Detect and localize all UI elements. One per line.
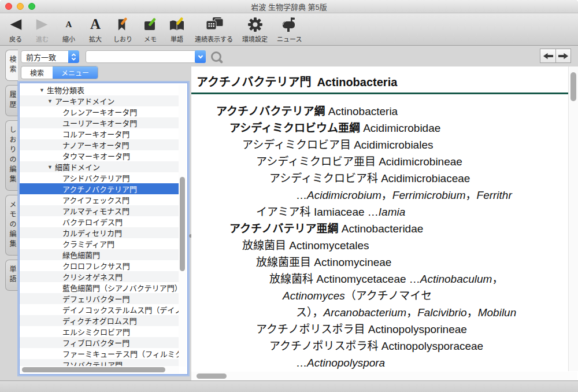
side-tab[interactable]: 単語 <box>5 260 18 291</box>
next-page-button[interactable] <box>555 49 571 63</box>
tree-row[interactable]: 緑色細菌門 <box>20 249 179 260</box>
taxonomy-line: アクチノポリスポラ科 Actinopolysporaceae <box>191 338 578 354</box>
tree-row[interactable]: エルシミクロビア門 <box>20 326 179 337</box>
zoom-button[interactable] <box>28 3 35 10</box>
match-mode-popup[interactable]: 前方一致 <box>21 50 79 63</box>
tree-row[interactable]: アクチノバクテリア門 <box>20 183 179 194</box>
tree-row-label: 細菌ドメイン <box>55 161 100 172</box>
side-tab[interactable]: メモの編集 <box>5 195 18 256</box>
tree-row-label: クラミディア門 <box>62 238 114 249</box>
tree-row[interactable]: タウマーキオータ門 <box>20 150 179 161</box>
scrollbar-thumb[interactable] <box>22 367 165 372</box>
scrollbar-thumb[interactable] <box>180 177 185 271</box>
tree-vertical-scrollbar[interactable] <box>179 84 187 367</box>
toolbar-button-memo[interactable]: メモ <box>142 15 159 43</box>
entry-title: アクチノバクテリア門Actinobacteria <box>191 66 578 93</box>
close-button[interactable] <box>5 3 12 10</box>
taxonomy-line: アクチノバクテリア綱 Actinobacteria <box>191 103 578 120</box>
tree-row-label: アーキアドメイン <box>55 95 114 106</box>
disclosure-triangle-icon[interactable]: ▼ <box>47 164 53 169</box>
taxonomy-line: …Acidimicrobium，Ferrimicrobium，Ferrithr <box>191 187 578 204</box>
combo-dropdown-icon[interactable] <box>195 50 206 63</box>
disclosure-triangle-icon[interactable]: ▼ <box>39 87 45 93</box>
entry-title-ja: アクチノバクテリア門 <box>197 76 311 88</box>
entry-content-pane: アクチノバクテリア門Actinobacteria アクチノバクテリア綱 Acti… <box>191 66 578 380</box>
tree-row[interactable]: デフェリバクター門 <box>20 293 179 304</box>
tree-row[interactable]: カルディセリカ門 <box>20 227 179 238</box>
tab-menu[interactable]: メニュー <box>53 66 98 79</box>
tree-row[interactable]: バクテロイデス門 <box>20 216 179 227</box>
tree-row[interactable]: 藍色細菌門（シアノバクテリア門） <box>20 282 179 293</box>
side-tab[interactable]: しおりの編集 <box>5 120 18 191</box>
taxon-text: … <box>296 189 307 201</box>
taxonomy-line: アシディミクロビア科 Acidimicrobiaceae <box>191 170 578 187</box>
forward-icon <box>34 15 50 34</box>
toolbar-label: ニュース <box>277 34 302 43</box>
toolbar-button-bookmark[interactable]: しおり <box>113 15 132 43</box>
news-icon <box>281 15 298 34</box>
tree-row[interactable]: ファーミキューテス門（フィルミク <box>20 348 179 359</box>
content-vertical-scrollbar[interactable] <box>568 66 578 371</box>
toolbar-button-back[interactable]: 戻る <box>7 15 24 43</box>
window-title: 岩波 生物学辞典 第5版 <box>251 1 327 12</box>
scrollbar-thumb[interactable] <box>570 72 576 101</box>
tree-row[interactable]: クレンアーキオータ門 <box>20 106 179 117</box>
tree-row-label: コルアーキオータ門 <box>62 128 129 139</box>
search-input[interactable] <box>86 51 195 62</box>
tree-row[interactable]: クロロフレクサス門 <box>20 260 179 271</box>
traffic-lights <box>5 3 35 10</box>
tree-horizontal-scrollbar[interactable] <box>20 366 179 373</box>
toolbar-label: 拡大 <box>89 34 102 43</box>
side-tab[interactable]: 検索 <box>5 50 18 81</box>
tree-row[interactable]: ▼生物分類表 <box>20 84 179 95</box>
toolbar-button-news[interactable]: ニュース <box>277 15 302 43</box>
tree-row[interactable]: ユーリアーキオータ門 <box>20 117 179 128</box>
bookmark-icon <box>116 15 130 34</box>
taxon-text: アシディミクロビア目 Acidimicrobiales <box>242 139 433 151</box>
taxon-text: Arcanobacterium <box>324 306 407 319</box>
tree-row[interactable]: デイノコックステルムス門（デイノ <box>20 304 179 315</box>
tree-row[interactable]: ナノアーキオータ門 <box>20 139 179 150</box>
toolbar-button-forward[interactable]: 進む <box>34 15 51 43</box>
tree-row[interactable]: ▼細菌ドメイン <box>20 161 179 172</box>
toolbar-button-continuous[interactable]: 連続表示する <box>195 15 233 43</box>
scrollbar-thumb[interactable] <box>197 373 227 379</box>
toolbar-button-word[interactable]: 単語 <box>168 15 186 43</box>
content-horizontal-scrollbar[interactable] <box>191 372 577 380</box>
tree-row-label: ファーミキューテス門（フィルミク <box>62 348 179 359</box>
toolbar-label: しおり <box>113 34 132 43</box>
memo-icon <box>143 15 158 34</box>
taxon-text: アクチノバクテリア綱 <box>216 105 325 117</box>
toolbar-button-expand[interactable]: A拡大 <box>87 15 104 43</box>
toolbar-button-shrink[interactable]: A縮小 <box>60 15 77 43</box>
taxon-text: ， <box>467 306 478 319</box>
toolbar-label: 縮小 <box>62 34 75 43</box>
toolbar-label: 単語 <box>171 34 183 43</box>
taxon-text: ， <box>406 306 417 319</box>
tree-row[interactable]: クリシオゲネス門 <box>20 271 179 282</box>
disclosure-triangle-icon[interactable]: ▼ <box>47 98 53 103</box>
toolbar-label: メモ <box>144 34 157 43</box>
toolbar-button-settings[interactable]: 環境設定 <box>242 15 268 43</box>
taxonomy-lines: アクチノバクテリア綱 Actinobacteriaアシディミクロビウム亜綱 Ac… <box>191 94 578 371</box>
taxon-text: Actinobacteridae <box>338 223 423 235</box>
tree-row-label: ディクチオグロムス門 <box>62 315 137 326</box>
taxon-text: Actinomyces <box>283 290 345 302</box>
side-tab[interactable]: 履歴 <box>5 85 18 116</box>
prev-page-button[interactable] <box>540 49 555 63</box>
minimize-button[interactable] <box>17 3 24 10</box>
tree-row[interactable]: アシドバクテリア門 <box>20 172 179 183</box>
tab-search[interactable]: 検索 <box>21 66 53 79</box>
taxonomy-line: イアミア科 Iamiaceae …Iamia <box>191 204 578 220</box>
tree-row[interactable]: ▼アーキアドメイン <box>20 95 179 106</box>
tree-row[interactable]: アルマティモナス門 <box>20 205 179 216</box>
taxon-text: イアミア科 Iamiaceae … <box>256 206 379 218</box>
tree-row[interactable]: クラミディア門 <box>20 238 179 249</box>
tree-row[interactable]: フィブロバクター門 <box>20 337 179 348</box>
tree-row[interactable]: アクイフェックス門 <box>20 194 179 205</box>
title-bar[interactable]: 岩波 生物学辞典 第5版 <box>0 0 578 13</box>
toolbar-label: 進む <box>36 34 49 43</box>
tree-row[interactable]: コルアーキオータ門 <box>20 128 179 139</box>
search-button[interactable] <box>210 51 223 64</box>
tree-row[interactable]: ディクチオグロムス門 <box>20 315 179 326</box>
